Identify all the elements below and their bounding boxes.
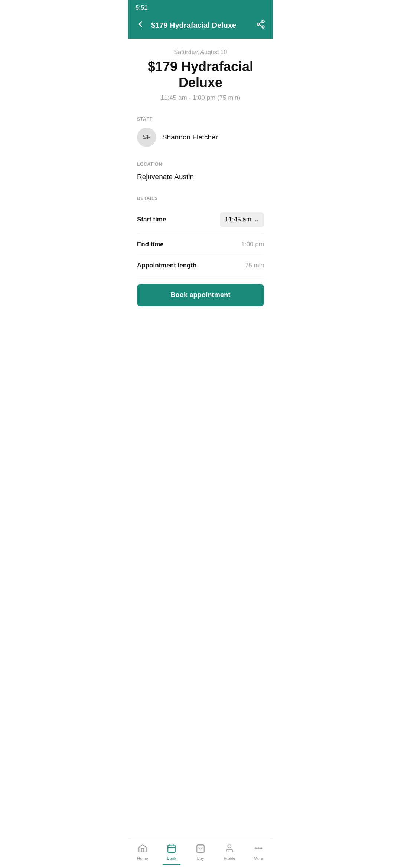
status-bar: 5:51 (128, 0, 273, 14)
header-section: Saturday, August 10 $179 Hydrafacial Del… (128, 39, 273, 109)
staff-section: STAFF SF Shannon Fletcher (128, 109, 273, 154)
main-content: Saturday, August 10 $179 Hydrafacial Del… (128, 39, 273, 312)
staff-avatar-initials: SF (143, 134, 150, 141)
status-time: 5:51 (136, 4, 147, 11)
appointment-length-value: 75 min (245, 262, 264, 269)
svg-line-3 (259, 25, 262, 26)
start-time-value: 11:45 am (225, 216, 251, 223)
staff-avatar: SF (137, 128, 156, 147)
details-section: DETAILS Start time 11:45 am ⌄ End time 1… (128, 188, 273, 276)
start-time-dropdown[interactable]: 11:45 am ⌄ (220, 212, 264, 227)
date-label: Saturday, August 10 (137, 49, 264, 56)
staff-section-label: STAFF (128, 109, 273, 126)
service-title: $179 Hydrafacial Deluxe (137, 59, 264, 91)
start-time-label: Start time (137, 216, 166, 223)
location-section: LOCATION Rejuvenate Austin (128, 154, 273, 188)
book-button-container: Book appointment (128, 276, 273, 312)
toolbar-title: $179 Hydrafacial Deluxe (151, 21, 254, 30)
staff-name: Shannon Fletcher (162, 133, 218, 141)
location-section-label: LOCATION (128, 154, 273, 171)
start-time-row: Start time 11:45 am ⌄ (137, 206, 264, 234)
details-section-label: DETAILS (128, 188, 273, 206)
svg-line-4 (259, 22, 262, 23)
chevron-down-icon: ⌄ (254, 217, 259, 223)
staff-row: SF Shannon Fletcher (128, 126, 273, 154)
end-time-value: 1:00 pm (241, 241, 264, 248)
back-button[interactable] (134, 18, 147, 33)
details-rows: Start time 11:45 am ⌄ End time 1:00 pm A… (128, 206, 273, 276)
time-range-label: 11:45 am - 1:00 pm (75 min) (137, 94, 264, 102)
appointment-length-row: Appointment length 75 min (137, 255, 264, 276)
appointment-length-label: Appointment length (137, 262, 197, 269)
toolbar: $179 Hydrafacial Deluxe (128, 14, 273, 39)
end-time-label: End time (137, 241, 164, 248)
share-button[interactable] (254, 18, 267, 33)
location-name: Rejuvenate Austin (128, 171, 273, 188)
book-appointment-button[interactable]: Book appointment (137, 284, 264, 306)
end-time-row: End time 1:00 pm (137, 234, 264, 255)
